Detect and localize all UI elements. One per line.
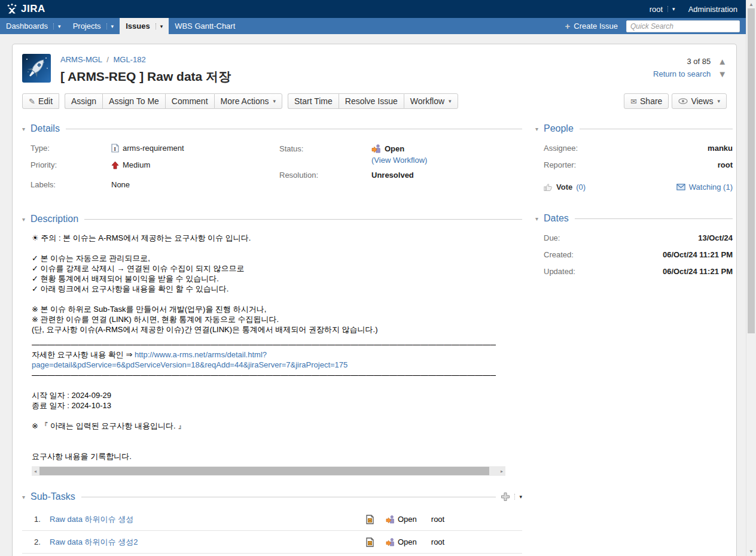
nav-issues[interactable]: Issues ▾ [120,18,169,34]
watching-control[interactable]: Watching (1) [676,183,733,192]
watching-link[interactable]: Watching (1) [689,183,733,192]
collapse-icon[interactable]: ▾ [22,126,31,132]
edit-button[interactable]: ✎ Edit [22,93,59,109]
reporter-value: root [718,160,733,169]
page-vertical-scrollbar[interactable]: ▲ ▼ [746,0,756,556]
collapse-icon[interactable]: ▾ [22,494,31,500]
subtask-assignee: root [431,537,444,546]
issue-toolbar: ✎ Edit Assign Assign To Me Comment More … [22,93,727,109]
description-horizontal-scrollbar[interactable]: ◂ ▸ [32,466,505,476]
next-issue-icon[interactable]: ▼ [718,69,727,78]
vote-label: Vote [556,183,572,192]
requirement-detail-link-continued[interactable]: page=detail&pdService=6&pdServiceVersion… [32,360,347,369]
page-title: [ ARMS-REQ ] Raw data 저장 [60,68,231,85]
jira-logo-icon [6,3,18,15]
created-value: 06/Oct/24 11:21 PM [663,250,733,259]
user-menu[interactable]: root ▾ [650,5,675,14]
quick-search-input[interactable] [626,20,740,32]
section-divider [580,129,733,129]
description-para-dates: 시작 일자 : 2024-09-29 종료 일자 : 2024-10-13 [32,390,496,411]
labels-value: None [111,180,130,189]
scroll-down-icon[interactable]: ▼ [746,549,756,554]
subtask-status: Open [398,515,417,524]
scroll-right-icon[interactable]: ▸ [498,466,505,476]
views-button[interactable]: Views ▾ [672,93,727,109]
description-para-guide: ※ 본 이슈 하위로 Sub-Task를 만들어서 개발(업무)을 진행 하시거… [32,304,496,335]
status-value: Open [385,144,404,153]
resolution-label: Resolution: [279,171,371,180]
start-time-button[interactable]: Start Time [288,93,339,109]
status-label: Status: [279,144,371,153]
type-value: arms-requirement [123,144,184,153]
previous-issue-icon[interactable]: ▲ [718,57,727,66]
type-label: Type: [31,144,111,153]
updated-value: 06/Oct/24 11:21 PM [663,267,733,276]
description-para-quote: ※ 『 아래는 입력된 요구사항 내용입니다. 』 [32,421,496,431]
jira-logo-text: JIRA [21,3,45,15]
subtask-options-icon[interactable]: ▾ [514,494,522,500]
breadcrumb-project-link[interactable]: ARMS-MGL [60,55,102,64]
jira-logo[interactable]: JIRA [6,3,45,15]
nav-dashboards[interactable]: Dashboards ▾ [0,18,67,34]
thumbs-up-icon [544,183,553,192]
chevron-down-icon: ▾ [106,23,114,29]
details-heading: Details [31,123,60,134]
assign-button[interactable]: Assign [65,93,102,109]
issue-type-icon: I [111,144,119,153]
plus-icon: + [565,21,571,31]
breadcrumb-separator: / [106,55,109,64]
dates-heading: Dates [544,213,569,224]
resolve-issue-button[interactable]: Resolve Issue [339,93,404,109]
share-button[interactable]: ✉ Share [624,93,669,109]
vertical-scrollbar-thumb[interactable] [748,8,755,333]
people-section: ▾ People Assignee: manku Reporter: root [535,123,733,192]
horizontal-scrollbar-thumb[interactable] [39,467,489,475]
create-issue-button[interactable]: + Create Issue [565,21,618,31]
chevron-down-icon: ▾ [53,23,61,29]
comment-button[interactable]: Comment [165,93,214,109]
subtasks-heading: Sub-Tasks [31,491,75,502]
updated-label: Updated: [544,267,575,276]
watch-envelope-icon [676,184,685,190]
collapse-icon[interactable]: ▾ [535,215,544,222]
requirement-detail-link[interactable]: http://www.a-rms.net/arms/detail.html? [135,350,267,359]
labels-label: Labels: [31,180,111,189]
section-divider [575,218,733,219]
add-subtask-button[interactable] [501,492,510,502]
view-workflow-link[interactable]: (View Workflow) [371,156,427,165]
workflow-button[interactable]: Workflow ▾ [404,93,458,109]
return-to-search-link[interactable]: Return to search [653,69,711,78]
reporter-label: Reporter: [544,160,576,169]
scroll-up-icon[interactable]: ▲ [746,2,756,7]
assign-to-me-button[interactable]: Assign To Me [102,93,165,109]
subtasks-section: ▾ Sub-Tasks ▾ 1. Ra [22,491,522,554]
priority-label: Priority: [31,160,111,169]
description-link-prefix: 자세한 요구사항 내용 확인 ⇒ [32,350,135,359]
nav-projects[interactable]: Projects ▾ [67,18,120,34]
pager-position: 3 of 85 [687,57,711,66]
description-para-notice: ☀ 주의 : 본 이슈는 A-RMS에서 제공하는 요구사항 이슈 입니다. [32,233,496,243]
chevron-down-icon: ▾ [156,23,163,29]
subtask-type-icon [365,537,374,547]
created-label: Created: [544,250,574,259]
subtask-title-link[interactable]: Raw data 하위이슈 생성2 [50,537,365,548]
more-actions-button[interactable]: More Actions ▾ [214,93,282,109]
assignee-value: manku [708,144,733,153]
main-nav-bar: Dashboards ▾ Projects ▾ Issues ▾ WBS Gan… [0,18,746,34]
description-heading: Description [31,214,78,224]
description-dash-divider: ————————————————————————————————————————… [32,339,496,350]
collapse-icon[interactable]: ▾ [535,126,544,132]
subtask-title-link[interactable]: Raw data 하위이슈 생성 [50,514,365,525]
scroll-left-icon[interactable]: ◂ [32,466,39,476]
breadcrumb: ARMS-MGL / MGL-182 [60,55,231,64]
collapse-icon[interactable]: ▾ [22,216,31,223]
vote-count-link[interactable]: (0) [576,183,586,192]
envelope-icon: ✉ [630,97,637,106]
breadcrumb-issue-key-link[interactable]: MGL-182 [113,55,145,64]
administration-link[interactable]: Administration [688,5,737,14]
vote-control[interactable]: Vote (0) [544,183,586,192]
people-heading: People [544,123,574,134]
dates-section: ▾ Dates Due: 13/Oct/24 Created: 06/Oct/2… [535,213,733,276]
priority-medium-icon [111,161,119,169]
nav-wbs-gantt-chart[interactable]: WBS Gantt-Chart [169,18,241,34]
